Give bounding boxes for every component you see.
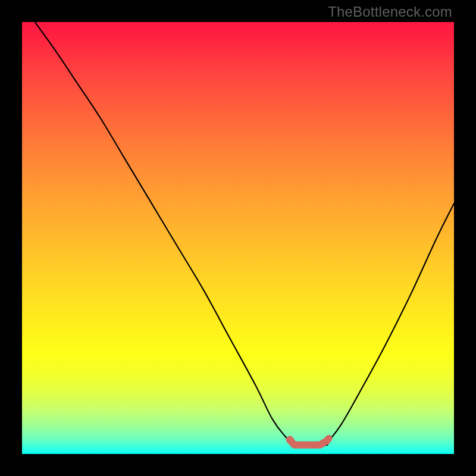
svg-point-0: [286, 436, 294, 444]
bottleneck-curve: [22, 22, 454, 454]
plot-area: [22, 22, 454, 454]
chart-frame: TheBottleneck.com: [0, 0, 476, 476]
watermark-label: TheBottleneck.com: [328, 4, 452, 20]
